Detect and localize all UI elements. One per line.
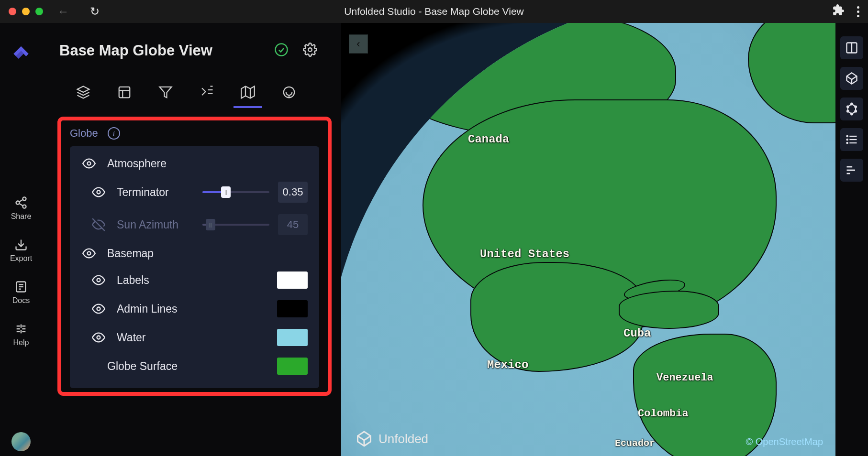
docs-icon xyxy=(14,280,28,293)
toggle-chart-button[interactable] xyxy=(840,159,863,182)
status-ok-icon[interactable] xyxy=(274,43,289,59)
labels-row: Labels xyxy=(81,271,308,289)
svg-point-58 xyxy=(847,142,848,143)
surface-label: Globe Surface xyxy=(107,360,178,373)
svg-point-47 xyxy=(851,103,853,105)
svg-point-52 xyxy=(847,106,849,108)
svg-point-19 xyxy=(308,48,312,52)
terminator-slider[interactable]: || xyxy=(202,191,269,193)
app-logo[interactable] xyxy=(11,42,31,62)
svg-point-56 xyxy=(847,136,848,137)
terminator-value[interactable]: 0.35 xyxy=(278,182,308,203)
sun-azimuth-visibility-toggle[interactable] xyxy=(91,218,106,231)
terminator-visibility-toggle[interactable] xyxy=(91,185,106,199)
panel-title: Base Map Globe View xyxy=(59,42,212,59)
export-icon xyxy=(14,238,28,251)
sun-azimuth-value[interactable]: 45 xyxy=(278,214,308,235)
tab-interactions[interactable] xyxy=(198,82,215,102)
side-panel: Base Map Globe View xyxy=(42,23,341,456)
tab-basemap[interactable] xyxy=(239,82,256,102)
icon-rail: Share Export Docs Help xyxy=(0,23,42,456)
surface-row: Globe Surface xyxy=(81,358,308,375)
map-label-mexico: Mexico xyxy=(487,358,528,371)
map-label-cuba: Cuba xyxy=(623,327,651,340)
browser-nav: ← ↻ xyxy=(57,5,100,18)
svg-point-37 xyxy=(97,279,100,282)
labels-visibility-toggle[interactable] xyxy=(91,273,106,287)
sun-azimuth-slider[interactable]: || xyxy=(202,224,269,226)
admin-visibility-toggle[interactable] xyxy=(91,302,106,315)
back-button[interactable]: ← xyxy=(57,5,69,18)
water-color-swatch[interactable] xyxy=(277,329,308,346)
basemap-visibility-toggle[interactable] xyxy=(81,247,97,260)
tab-layers[interactable] xyxy=(75,82,92,102)
toggle-dual-map-button[interactable] xyxy=(840,36,863,59)
maximize-window-button[interactable] xyxy=(35,8,43,15)
extensions-icon[interactable] xyxy=(832,4,845,19)
globe-config-card: Atmosphere Terminator || 0.35 xyxy=(70,146,319,388)
sun-azimuth-row: Sun Azimuth || 45 xyxy=(81,214,308,235)
svg-marker-28 xyxy=(241,87,255,98)
app-body: Share Export Docs Help Base Map Globe Vi… xyxy=(0,23,868,456)
help-icon xyxy=(14,322,28,336)
svg-point-49 xyxy=(855,110,857,112)
map-brand-label: Unfolded xyxy=(378,432,428,446)
close-window-button[interactable] xyxy=(9,8,16,15)
sun-azimuth-label: Sun Azimuth xyxy=(117,218,178,231)
labels-color-swatch[interactable] xyxy=(277,271,308,289)
svg-line-4 xyxy=(19,200,23,202)
map-brand: Unfolded xyxy=(356,430,428,447)
info-icon[interactable]: i xyxy=(108,127,120,140)
svg-line-3 xyxy=(19,204,23,206)
user-avatar[interactable] xyxy=(11,432,31,451)
export-button[interactable]: Export xyxy=(10,238,32,263)
svg-point-38 xyxy=(97,307,100,311)
tab-geocode[interactable] xyxy=(280,82,298,102)
svg-point-50 xyxy=(851,113,853,115)
tool-tabs xyxy=(57,82,332,102)
water-visibility-toggle[interactable] xyxy=(91,331,106,344)
tab-filters[interactable] xyxy=(157,82,174,102)
water-row: Water xyxy=(81,329,308,346)
atmosphere-visibility-toggle[interactable] xyxy=(81,157,97,170)
svg-point-0 xyxy=(22,197,26,200)
collapse-panel-button[interactable]: ‹ xyxy=(349,34,368,54)
reload-button[interactable]: ↻ xyxy=(90,5,100,18)
water-label: Water xyxy=(117,331,146,344)
svg-rect-21 xyxy=(119,87,130,98)
labels-label: Labels xyxy=(117,274,149,287)
surface-color-swatch[interactable] xyxy=(277,358,308,375)
map-attribution[interactable]: © OpenStreetMap xyxy=(746,436,823,447)
settings-icon[interactable] xyxy=(303,43,317,59)
svg-marker-20 xyxy=(78,87,89,93)
svg-point-39 xyxy=(97,336,100,339)
docs-button[interactable]: Docs xyxy=(12,280,30,305)
export-label: Export xyxy=(10,254,32,263)
titlebar-right xyxy=(832,4,859,19)
help-label: Help xyxy=(13,338,29,347)
terminator-row: Terminator || 0.35 xyxy=(81,182,308,203)
map-label-ecuador: Ecuador xyxy=(615,438,655,449)
globe-section-label: Globe xyxy=(70,127,98,140)
window-controls xyxy=(9,8,43,15)
panel-header: Base Map Globe View xyxy=(57,42,332,59)
admin-color-swatch[interactable] xyxy=(277,300,308,317)
browser-menu-button[interactable] xyxy=(857,6,859,17)
tab-columns[interactable] xyxy=(116,82,133,102)
basemap-label: Basemap xyxy=(107,247,154,260)
draw-on-map-button[interactable] xyxy=(840,98,863,120)
map-viewport[interactable]: Canada United States Mexico Cuba Venezue… xyxy=(341,23,835,456)
toggle-3d-button[interactable] xyxy=(840,67,863,90)
svg-point-36 xyxy=(88,252,91,255)
minimize-window-button[interactable] xyxy=(22,8,30,15)
map-label-colombia: Colombia xyxy=(638,408,689,420)
globe-render xyxy=(341,23,835,456)
admin-lines-label: Admin Lines xyxy=(117,303,178,315)
window-title: Unfolded Studio - Base Map Globe View xyxy=(344,6,524,17)
atmosphere-row: Atmosphere xyxy=(81,157,308,170)
atmosphere-label: Atmosphere xyxy=(107,157,167,170)
toggle-legend-button[interactable] xyxy=(840,128,863,151)
help-button[interactable]: Help xyxy=(13,322,29,347)
svg-point-2 xyxy=(22,205,26,208)
share-button[interactable]: Share xyxy=(11,196,32,221)
